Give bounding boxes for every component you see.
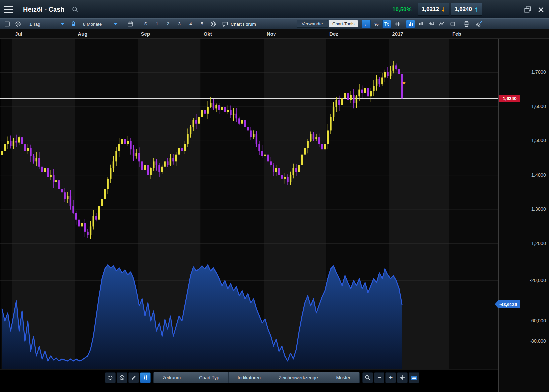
percent-label: %	[374, 22, 378, 27]
disable-drawings-button[interactable]	[117, 372, 127, 383]
zoom-preset-group: S12345	[140, 20, 208, 28]
interval-dropdown[interactable]: 1 Tag	[28, 20, 65, 28]
candlestick-icon	[142, 374, 149, 381]
draw-button[interactable]	[128, 372, 139, 383]
time-axis[interactable]: JulAugSepOktNovDez2017Feb	[0, 29, 549, 39]
overlapping-windows-icon	[428, 21, 435, 27]
lock-scale-button[interactable]	[69, 20, 78, 28]
toolbar-separator	[25, 21, 25, 27]
zoom-preset-4[interactable]: 4	[185, 20, 196, 28]
keypad-button[interactable]	[409, 372, 419, 383]
axis-tick-label: 1,4000	[499, 172, 546, 178]
gear-icon	[15, 21, 21, 27]
sell-price-button[interactable]: 1,6212	[418, 3, 449, 16]
bar-chart-icon	[407, 21, 414, 27]
news-button[interactable]	[3, 20, 12, 28]
crosshair-button[interactable]	[397, 372, 408, 383]
circular-arrow-icon	[107, 374, 114, 381]
gear-pencil-icon	[476, 21, 483, 27]
month-label: Feb	[452, 31, 461, 37]
tag-arrow-icon	[495, 300, 498, 308]
plus-icon: +	[389, 374, 393, 382]
month-label: 2017	[392, 31, 403, 37]
menu-chart-typ[interactable]: Chart Typ	[190, 372, 228, 383]
title-bar: Heizöl - Cash 10,50% 1,6212 1,6240	[0, 0, 549, 18]
gear-icon	[210, 21, 217, 27]
prohibition-icon	[119, 374, 125, 381]
chart-settings-button[interactable]	[13, 20, 22, 28]
chart-type-button[interactable]	[140, 372, 151, 383]
restore-window-button[interactable]	[524, 6, 532, 14]
buy-price-button[interactable]: 1,6240	[451, 3, 482, 16]
print-button[interactable]	[462, 20, 471, 28]
price-up-arrow-icon	[474, 7, 478, 12]
chart-forum-button[interactable]	[221, 20, 229, 28]
zoom-preset-5[interactable]: 5	[196, 20, 208, 28]
chevron-down-icon	[114, 23, 117, 25]
price-axis[interactable]: 1,6240 -43,6129 1,70001,60001,50001,4000…	[498, 39, 549, 392]
related-products-label: Verwandte	[302, 21, 323, 26]
edit-settings-button[interactable]	[475, 20, 484, 28]
calendar-icon	[127, 21, 134, 27]
indicator-settings-button[interactable]	[209, 20, 218, 28]
ask-price: 1,6240	[455, 6, 472, 13]
zoom-out-button[interactable]: −	[374, 372, 384, 383]
last-price-value: 1,6240	[503, 96, 516, 101]
close-icon	[537, 6, 545, 13]
month-label: Aug	[78, 31, 87, 37]
trendline-tool-button[interactable]	[437, 20, 446, 28]
range-value: 8 Monate	[83, 22, 102, 27]
interval-value: 1 Tag	[29, 22, 40, 27]
price-down-arrow-icon	[441, 7, 445, 12]
related-products-button[interactable]: Verwandte	[297, 20, 328, 28]
bid-price: 1,6212	[422, 6, 439, 13]
zigzag-line-icon	[438, 21, 445, 27]
undo-button[interactable]: ←	[362, 20, 371, 28]
chart-grid-style-button[interactable]	[406, 20, 415, 28]
back-arrow-icon: ←	[364, 21, 369, 27]
callout-tool-button[interactable]	[447, 20, 456, 28]
month-label: Sep	[141, 31, 150, 37]
axis-tick-label: -60,000	[499, 318, 546, 323]
range-dropdown[interactable]: 8 Monate	[82, 20, 121, 28]
compare-overlay-button[interactable]	[427, 20, 436, 28]
indicator-value: -43,6129	[498, 300, 520, 308]
document-icon	[4, 21, 11, 27]
bottom-toolbar: ZeitraumChart TypIndikatorenZeichenwerkz…	[105, 372, 419, 384]
chart-forum-label: Chart Forum	[231, 22, 256, 27]
last-price-tag: 1,6240	[499, 95, 520, 102]
chart-window: JulAugSepOktNovDez2017Feb 1,6240 -43,612…	[0, 0, 549, 392]
calendar-button[interactable]	[126, 20, 135, 28]
percent-scale-button[interactable]: %	[372, 20, 381, 28]
zoom-in-button[interactable]: +	[385, 372, 396, 383]
pencil-icon	[130, 374, 137, 381]
menu-zeichenwerkzeuge[interactable]: Zeichenwerkzeuge	[270, 372, 327, 383]
search-icon	[72, 6, 79, 13]
zoom-preset-3[interactable]: 3	[174, 20, 185, 28]
zoom-preset-S[interactable]: S	[140, 20, 151, 28]
candlestick-style-button[interactable]	[416, 20, 425, 28]
chart-toolbar: 1 Tag 8 Monate S12345	[0, 18, 549, 29]
chevron-down-icon	[61, 23, 64, 25]
minus-icon: −	[377, 374, 381, 382]
zoom-search-button[interactable]	[362, 372, 373, 383]
zoom-preset-2[interactable]: 2	[163, 20, 174, 28]
crosshair-icon	[399, 374, 406, 381]
menu-zeitraum[interactable]: Zeitraum	[154, 372, 190, 383]
close-window-button[interactable]	[537, 5, 547, 14]
zoom-preset-1[interactable]: 1	[151, 20, 163, 28]
chart-forum-label-button[interactable]: Chart Forum	[231, 20, 263, 28]
text-annotation-button[interactable]: Tt	[382, 20, 391, 28]
axis-tick-label: 1,6000	[499, 104, 546, 109]
menu-muster[interactable]: Muster	[327, 372, 359, 383]
reset-chart-button[interactable]	[105, 372, 116, 383]
axis-tick-label: -20,000	[499, 278, 546, 283]
menu-button[interactable]	[4, 6, 13, 13]
price-chart-canvas[interactable]	[0, 0, 549, 392]
grid-toggle-button[interactable]	[393, 20, 402, 28]
month-label: Okt	[204, 31, 212, 37]
menu-indikatoren[interactable]: Indikatoren	[229, 372, 270, 383]
search-button[interactable]	[72, 6, 79, 13]
month-label: Nov	[267, 31, 276, 37]
axis-tick-label: 1,7000	[499, 69, 546, 75]
